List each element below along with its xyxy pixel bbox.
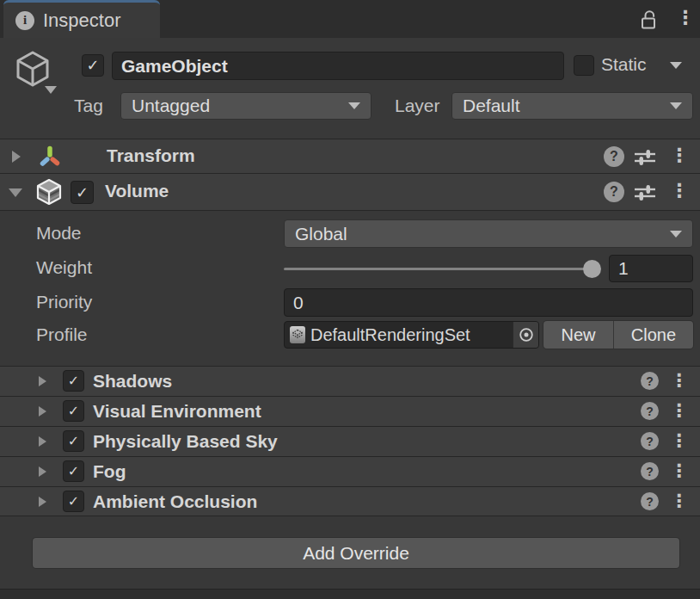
override-label: Visual Environment bbox=[93, 401, 261, 422]
foldout-collapsed-icon[interactable] bbox=[12, 151, 21, 163]
volume-title: Volume bbox=[105, 181, 169, 201]
foldout-collapsed-icon[interactable] bbox=[39, 466, 46, 477]
tag-dropdown[interactable]: Untagged bbox=[120, 92, 371, 120]
kebab-menu-icon[interactable]: ⋮ bbox=[670, 145, 687, 166]
volume-component-header[interactable]: ✓ Volume ? ⋮ bbox=[0, 174, 700, 211]
priority-label: Priority bbox=[36, 292, 92, 312]
help-icon[interactable]: ? bbox=[641, 492, 659, 510]
check-icon: ✓ bbox=[76, 185, 89, 201]
override-checkbox[interactable]: ✓ bbox=[63, 430, 84, 452]
kebab-menu-icon[interactable]: ⋮ bbox=[670, 181, 687, 201]
gameobject-header: ✓ GameObject Static Tag Untagged Layer D… bbox=[0, 38, 700, 139]
weight-slider-track[interactable] bbox=[284, 268, 593, 270]
transform-component-header[interactable]: Transform ? ⋮ bbox=[0, 139, 700, 174]
priority-input[interactable]: 0 bbox=[284, 288, 693, 317]
volume-enabled-checkbox[interactable]: ✓ bbox=[71, 181, 94, 204]
kebab-menu-icon[interactable]: ⋮ bbox=[670, 370, 687, 391]
volume-icon bbox=[36, 178, 62, 209]
gameobject-active-checkbox[interactable]: ✓ bbox=[82, 54, 104, 77]
override-checkbox[interactable]: ✓ bbox=[63, 370, 84, 392]
weight-value: 1 bbox=[618, 258, 629, 279]
weight-slider-handle[interactable] bbox=[583, 260, 601, 278]
check-icon: ✓ bbox=[68, 374, 79, 388]
override-label: Physically Based Sky bbox=[93, 431, 278, 452]
override-checkbox[interactable]: ✓ bbox=[63, 460, 84, 482]
help-glyph: ? bbox=[646, 495, 654, 509]
kebab-menu-icon[interactable]: ⋮ bbox=[670, 400, 687, 421]
profile-buttons: New Clone bbox=[543, 321, 693, 349]
transform-title: Transform bbox=[107, 145, 195, 166]
weight-label: Weight bbox=[36, 257, 92, 278]
help-icon[interactable]: ? bbox=[641, 462, 659, 480]
layer-dropdown[interactable]: Default bbox=[451, 92, 693, 120]
transform-icon bbox=[38, 145, 62, 172]
clone-button[interactable]: Clone bbox=[614, 321, 693, 349]
presets-icon[interactable] bbox=[633, 182, 657, 207]
help-glyph: ? bbox=[646, 435, 654, 448]
help-icon[interactable]: ? bbox=[641, 432, 659, 450]
check-icon: ✓ bbox=[68, 465, 79, 479]
profile-asset-icon bbox=[289, 324, 306, 345]
volume-body: Mode Global Weight 1 Priority 0 Profile bbox=[0, 211, 700, 366]
foldout-collapsed-icon[interactable] bbox=[39, 406, 46, 417]
gameobject-name-input[interactable]: GameObject bbox=[112, 52, 564, 80]
override-list: ✓ Shadows ? ⋮ ✓ Visual Environment ? ⋮ ✓… bbox=[0, 366, 700, 516]
profile-object-field[interactable]: DefaultRenderingSet bbox=[284, 321, 539, 349]
help-glyph: ? bbox=[646, 465, 654, 479]
inspector-panel: i Inspector ⋮ ✓ GameObject Static bbox=[0, 0, 700, 599]
tab-menu-kebab-icon[interactable]: ⋮ bbox=[676, 8, 693, 28]
mode-label: Mode bbox=[36, 223, 82, 244]
help-glyph: ? bbox=[610, 149, 618, 164]
override-row-ambient-occlusion[interactable]: ✓ Ambient Occlusion ? ⋮ bbox=[0, 486, 700, 516]
mode-dropdown[interactable]: Global bbox=[284, 219, 693, 248]
chevron-down-icon bbox=[348, 102, 360, 109]
static-dropdown-arrow-icon[interactable] bbox=[670, 62, 682, 69]
tag-value: Untagged bbox=[132, 96, 210, 116]
help-glyph: ? bbox=[646, 374, 654, 388]
override-row-fog[interactable]: ✓ Fog ? ⋮ bbox=[0, 456, 700, 486]
help-icon[interactable]: ? bbox=[604, 182, 624, 202]
foldout-collapsed-icon[interactable] bbox=[39, 497, 46, 507]
static-label: Static bbox=[601, 54, 647, 75]
tab-bar: i Inspector ⋮ bbox=[0, 0, 700, 38]
check-icon: ✓ bbox=[68, 404, 79, 418]
profile-label: Profile bbox=[36, 324, 88, 345]
override-label: Shadows bbox=[93, 371, 172, 392]
chevron-down-icon bbox=[670, 102, 682, 109]
kebab-menu-icon[interactable]: ⋮ bbox=[670, 491, 687, 511]
help-icon[interactable]: ? bbox=[641, 372, 659, 390]
check-icon: ✓ bbox=[86, 58, 99, 73]
check-icon: ✓ bbox=[68, 495, 79, 509]
override-row-shadows[interactable]: ✓ Shadows ? ⋮ bbox=[0, 366, 700, 396]
lock-open-icon[interactable] bbox=[639, 9, 659, 34]
priority-value: 0 bbox=[293, 293, 304, 313]
tab-inspector[interactable]: i Inspector bbox=[3, 0, 160, 38]
foldout-collapsed-icon[interactable] bbox=[39, 436, 46, 447]
help-glyph: ? bbox=[646, 404, 654, 418]
kebab-menu-icon[interactable]: ⋮ bbox=[670, 430, 687, 451]
override-checkbox[interactable]: ✓ bbox=[63, 491, 84, 512]
weight-value-input[interactable]: 1 bbox=[609, 255, 693, 282]
kebab-menu-icon[interactable]: ⋮ bbox=[670, 460, 687, 481]
help-icon[interactable]: ? bbox=[641, 402, 659, 420]
help-icon[interactable]: ? bbox=[604, 146, 624, 167]
override-checkbox[interactable]: ✓ bbox=[63, 400, 84, 422]
chevron-down-icon bbox=[670, 231, 682, 238]
gameobject-name-value: GameObject bbox=[121, 56, 228, 77]
override-row-physically-based-sky[interactable]: ✓ Physically Based Sky ? ⋮ bbox=[0, 426, 700, 456]
override-row-visual-environment[interactable]: ✓ Visual Environment ? ⋮ bbox=[0, 396, 700, 426]
static-checkbox[interactable] bbox=[574, 55, 594, 76]
add-override-label: Add Override bbox=[303, 543, 409, 564]
info-icon: i bbox=[15, 11, 34, 30]
add-override-button[interactable]: Add Override bbox=[33, 538, 679, 568]
presets-icon[interactable] bbox=[633, 147, 657, 171]
gameobject-icon-dropdown-arrow[interactable] bbox=[45, 86, 57, 94]
new-button[interactable]: New bbox=[543, 321, 614, 349]
foldout-expanded-icon[interactable] bbox=[9, 188, 22, 197]
check-icon: ✓ bbox=[68, 435, 79, 448]
foldout-collapsed-icon[interactable] bbox=[39, 376, 46, 386]
object-picker-icon[interactable] bbox=[513, 322, 538, 348]
help-glyph: ? bbox=[610, 184, 618, 200]
panel-footer-edge bbox=[0, 590, 700, 599]
layer-label: Layer bbox=[395, 96, 440, 116]
